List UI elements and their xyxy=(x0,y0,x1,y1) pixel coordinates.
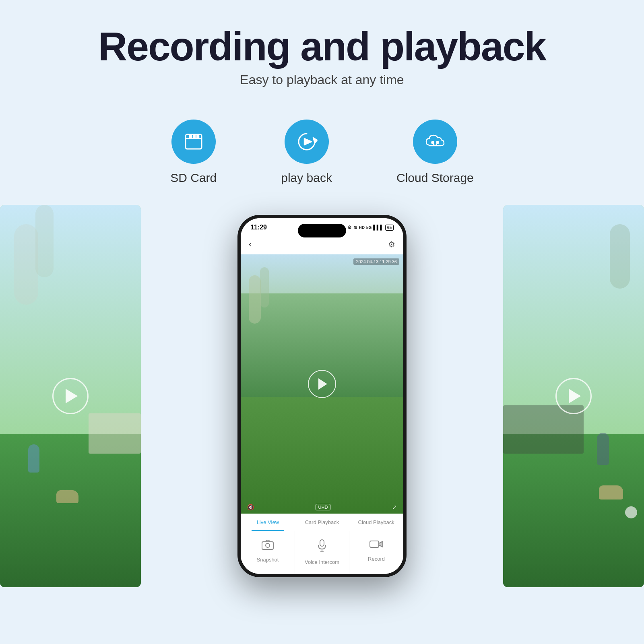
tab-live-view[interactable]: Live View xyxy=(241,514,295,531)
svg-rect-3 xyxy=(193,135,195,138)
page-header: Recording and playback Easy to playback … xyxy=(98,0,546,87)
right-side-panel xyxy=(503,205,644,587)
svg-rect-4 xyxy=(197,135,199,138)
quality-badge[interactable]: UHD xyxy=(316,504,331,510)
back-icon[interactable]: ‹ xyxy=(249,239,252,250)
svg-rect-2 xyxy=(190,135,192,138)
record-icon xyxy=(369,539,383,552)
svg-rect-11 xyxy=(320,540,324,546)
feature-sdcard: SD Card xyxy=(170,120,217,185)
dynamic-island xyxy=(298,224,346,237)
tabs-bar: Live View Card Playback Cloud Playback xyxy=(241,514,403,531)
bottom-actions: Snapshot Voice Intercom xyxy=(241,531,403,574)
page-subtitle: Easy to playback at any time xyxy=(98,72,546,87)
video-controls-bar: 🔇 UHD ⤢ xyxy=(241,504,403,510)
playback-icon-circle xyxy=(285,120,329,164)
svg-rect-9 xyxy=(262,542,273,549)
playback-label: play back xyxy=(281,171,332,185)
fullscreen-icon[interactable]: ⤢ xyxy=(392,504,397,510)
video-area[interactable]: 2024 04-13 11:29:36 🔇 UHD ⤢ xyxy=(241,254,403,514)
microphone-icon xyxy=(318,539,326,555)
feature-cloud: Cloud Storage xyxy=(396,120,474,185)
page-title: Recording and playback xyxy=(98,24,546,68)
voice-intercom-button[interactable]: Voice Intercom xyxy=(295,531,349,574)
mute-icon[interactable]: 🔇 xyxy=(247,504,254,510)
status-time: 11:29 xyxy=(250,224,267,231)
status-icons: ⚙ ≋ HD 5G ▌▌▌ 65 xyxy=(347,225,394,231)
sdcard-icon-circle xyxy=(171,120,216,164)
svg-marker-5 xyxy=(313,138,317,143)
svg-point-10 xyxy=(266,543,270,547)
cloud-label: Cloud Storage xyxy=(396,171,474,185)
record-button[interactable]: Record xyxy=(349,531,403,574)
record-label: Record xyxy=(368,556,385,562)
tab-cloud-playback[interactable]: Cloud Playback xyxy=(349,514,403,531)
tab-card-playback[interactable]: Card Playback xyxy=(295,514,349,531)
feature-playback: play back xyxy=(281,120,332,185)
snapshot-label: Snapshot xyxy=(257,557,279,563)
voice-intercom-label: Voice Intercom xyxy=(305,559,339,565)
video-timestamp: 2024 04-13 11:29:36 xyxy=(353,258,399,265)
play-triangle-icon xyxy=(318,378,327,390)
cloud-icon-circle xyxy=(413,120,457,164)
svg-point-7 xyxy=(431,142,433,144)
phone-frame: 11:29 ⚙ ≋ HD 5G ▌▌▌ 65 ‹ ⚙ xyxy=(237,215,407,577)
feature-icons-row: SD Card play back Cloud Storage xyxy=(170,120,474,185)
snapshot-button[interactable]: Snapshot xyxy=(241,531,295,574)
snapshot-icon xyxy=(262,539,274,553)
video-play-button[interactable] xyxy=(308,370,336,398)
settings-icon[interactable]: ⚙ xyxy=(388,239,395,249)
svg-rect-14 xyxy=(370,541,379,547)
sdcard-label: SD Card xyxy=(170,171,217,185)
svg-point-8 xyxy=(436,142,438,144)
svg-marker-6 xyxy=(304,138,312,145)
phone-screen: 11:29 ⚙ ≋ HD 5G ▌▌▌ 65 ‹ ⚙ xyxy=(241,218,403,574)
phone-section: 11:29 ⚙ ≋ HD 5G ▌▌▌ 65 ‹ ⚙ xyxy=(0,205,644,587)
left-side-panel xyxy=(0,205,141,587)
